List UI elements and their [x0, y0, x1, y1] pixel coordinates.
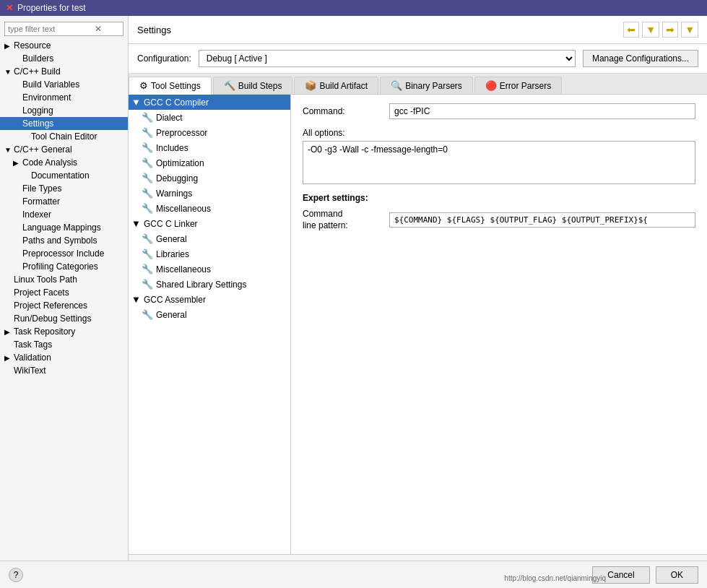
filter-clear-icon[interactable]: ✕ — [95, 24, 102, 34]
tree-item-gcc-assembler[interactable]: ▼ GCC Assembler — [129, 292, 290, 307]
help-button[interactable]: ? — [9, 568, 23, 582]
spacer — [13, 107, 20, 115]
tree-item-optimization[interactable]: 🔧 Optimization — [129, 155, 290, 170]
tree-item-gcc-c-compiler[interactable]: ▼ GCC C Compiler — [129, 95, 290, 110]
tree-item-miscellaneous[interactable]: 🔧 Miscellaneous — [129, 201, 290, 216]
sidebar-item-settings[interactable]: Settings — [0, 117, 128, 130]
sidebar-item-cpp-general[interactable]: ▼ C/C++ General — [0, 143, 128, 156]
sidebar-label-language-mappings: Language Mappings — [22, 222, 101, 233]
sidebar-item-indexer[interactable]: Indexer — [0, 208, 128, 221]
sidebar-item-builders[interactable]: Builders — [0, 52, 128, 65]
tab-error-parsers[interactable]: 🔴 Error Parsers — [474, 77, 562, 94]
sidebar-item-formatter[interactable]: Formatter — [0, 195, 128, 208]
spacer — [13, 237, 20, 245]
sidebar-item-profiling-categories[interactable]: Profiling Categories — [0, 260, 128, 273]
sidebar-item-file-types[interactable]: File Types — [0, 182, 128, 195]
tab-tool-settings[interactable]: ⚙ Tool Settings — [129, 77, 212, 95]
sidebar-label-linux-tools-path: Linux Tools Path — [14, 274, 77, 285]
sidebar-item-code-analysis[interactable]: ▶ Code Analysis — [0, 156, 128, 169]
tree-label-includes: Includes — [156, 143, 188, 153]
tree-item-warnings[interactable]: 🔧 Warnings — [129, 186, 290, 201]
spacer — [13, 81, 20, 89]
tool-icon-includes: 🔧 — [142, 142, 153, 153]
sidebar-item-linux-tools-path[interactable]: Linux Tools Path — [0, 273, 128, 286]
tree-item-shared-library-settings[interactable]: 🔧 Shared Library Settings — [129, 277, 290, 292]
expand-arrow-code-analysis: ▶ — [13, 159, 20, 167]
sidebar-label-builders: Builders — [22, 53, 53, 64]
command-label: Command: — [303, 106, 389, 116]
tool-icon-preprocessor: 🔧 — [142, 127, 153, 138]
tree-item-dialect[interactable]: 🔧 Dialect — [129, 110, 290, 125]
expert-settings-title: Expert settings: — [303, 193, 695, 203]
nav-forward-dropdown-button[interactable]: ▼ — [681, 22, 698, 38]
ok-button[interactable]: OK — [656, 566, 698, 584]
sidebar-item-project-facets[interactable]: Project Facets — [0, 286, 128, 299]
nav-back-dropdown-button[interactable]: ▼ — [642, 22, 659, 38]
content-area: Settings ⬅ ▼ ➡ ▼ Configuration: Debug [ … — [129, 16, 707, 588]
sidebar-item-validation[interactable]: ▶ Validation — [0, 351, 128, 364]
sidebar-item-run-debug-settings[interactable]: Run/Debug Settings — [0, 312, 128, 325]
title-icon: ✕ — [6, 3, 13, 13]
tab-build-steps[interactable]: 🔨 Build Steps — [213, 77, 293, 94]
all-options-label: All options: — [303, 128, 695, 138]
tree-label-dialect: Dialect — [156, 113, 183, 123]
sidebar-item-resource[interactable]: ▶ Resource — [0, 39, 128, 52]
tool-icon-shared-library-settings: 🔧 — [142, 279, 153, 290]
sidebar-item-environment[interactable]: Environment — [0, 91, 128, 104]
tree-label-warnings: Warnings — [156, 189, 192, 199]
sidebar-item-project-references[interactable]: Project References — [0, 299, 128, 312]
tree-item-assembler-general[interactable]: 🔧 General — [129, 307, 290, 322]
sidebar-label-formatter: Formatter — [22, 196, 60, 207]
sidebar-label-cpp-general: C/C++ General — [14, 144, 72, 155]
expand-arrow-gcc-assembler: ▼ — [131, 294, 141, 305]
sidebar-label-settings: Settings — [22, 118, 53, 129]
expand-arrow-gcc-c-linker: ▼ — [131, 218, 141, 229]
sidebar-item-logging[interactable]: Logging — [0, 104, 128, 117]
footer-buttons: Cancel OK — [592, 566, 698, 584]
nav-back-button[interactable]: ⬅ — [623, 22, 639, 38]
sidebar-item-wikitext[interactable]: WikiText — [0, 364, 128, 377]
tree-item-gcc-c-linker[interactable]: ▼ GCC C Linker — [129, 216, 290, 231]
title-bar: ✕ Properties for test — [0, 0, 707, 16]
tree-label-optimization: Optimization — [156, 158, 204, 168]
sidebar-item-build-variables[interactable]: Build Variables — [0, 78, 128, 91]
tab-build-artifact[interactable]: 📦 Build Artifact — [294, 77, 378, 94]
tree-item-preprocessor[interactable]: 🔧 Preprocessor — [129, 125, 290, 140]
sidebar-item-cpp-build[interactable]: ▼ C/C++ Build — [0, 65, 128, 78]
sidebar-label-validation: Validation — [14, 353, 51, 363]
tree-item-includes[interactable]: 🔧 Includes — [129, 140, 290, 155]
sidebar-item-documentation[interactable]: Documentation — [0, 169, 128, 182]
filter-input[interactable] — [8, 25, 95, 33]
nav-forward-button[interactable]: ➡ — [662, 22, 678, 38]
sidebar-label-environment: Environment — [22, 92, 71, 103]
config-select[interactable]: Debug [ Active ] — [199, 50, 576, 67]
expand-arrow-gcc-c-compiler: ▼ — [131, 97, 141, 108]
tool-icon-dialect: 🔧 — [142, 112, 153, 123]
sidebar-label-code-analysis: Code Analysis — [22, 157, 77, 168]
sidebar-item-tool-chain-editor[interactable]: Tool Chain Editor — [0, 130, 128, 143]
tree-item-linker-general[interactable]: 🔧 General — [129, 231, 290, 246]
sidebar-label-cpp-build: C/C++ Build — [14, 66, 61, 77]
spacer — [13, 224, 20, 232]
tool-icon-debugging: 🔧 — [142, 173, 153, 183]
tree-item-libraries[interactable]: 🔧 Libraries — [129, 246, 290, 261]
cmd-line-pattern-input[interactable] — [389, 212, 695, 228]
sidebar-item-task-tags[interactable]: Task Tags — [0, 338, 128, 351]
main-container: ✕ ▶ Resource Builders ▼ C/C++ Build Buil… — [0, 16, 707, 588]
expand-arrow-validation: ▶ — [4, 354, 12, 362]
tool-icon-assembler-general: 🔧 — [142, 309, 153, 320]
config-row: Configuration: Debug [ Active ] Manage C… — [129, 44, 707, 74]
command-input[interactable] — [389, 103, 695, 119]
sidebar-item-task-repository[interactable]: ▶ Task Repository — [0, 325, 128, 338]
manage-configurations-button[interactable]: Manage Configurations... — [583, 50, 698, 67]
sidebar-label-project-references: Project References — [14, 301, 87, 311]
tree-item-linker-miscellaneous[interactable]: 🔧 Miscellaneous — [129, 261, 290, 277]
sidebar-item-preprocessor-include[interactable]: Preprocessor Include — [0, 247, 128, 260]
expand-arrow-cpp-general: ▼ — [4, 146, 12, 154]
tabs-bar: ⚙ Tool Settings 🔨 Build Steps 📦 Build Ar… — [129, 74, 707, 95]
tree-item-debugging[interactable]: 🔧 Debugging — [129, 170, 290, 186]
spacer — [4, 289, 12, 297]
sidebar-item-paths-and-symbols[interactable]: Paths and Symbols — [0, 234, 128, 247]
sidebar-item-language-mappings[interactable]: Language Mappings — [0, 221, 128, 234]
tab-binary-parsers[interactable]: 🔍 Binary Parsers — [380, 77, 473, 94]
